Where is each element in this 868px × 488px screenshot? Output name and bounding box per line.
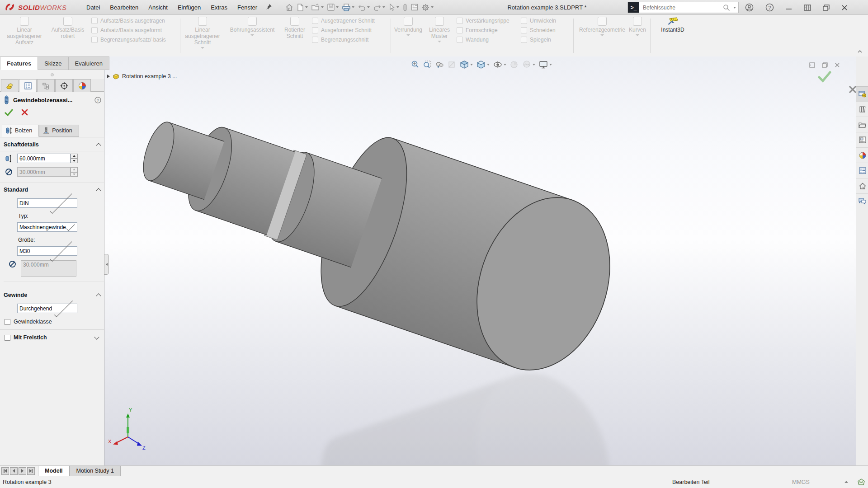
panel-splitter-handle[interactable] <box>104 254 109 275</box>
taskpane-design-library-tab[interactable] <box>856 102 868 117</box>
close-icon[interactable] <box>841 5 848 11</box>
tab-skizze[interactable]: Skizze <box>38 56 68 70</box>
rebuild-button[interactable] <box>401 1 409 13</box>
section-view-button[interactable] <box>446 59 457 70</box>
ribbon-draft-button[interactable]: Formschräge <box>457 27 509 33</box>
select-dropdown-icon[interactable] <box>396 6 399 8</box>
ribbon-extruded-cut-button[interactable]: Linear ausgetragener Schnitt <box>182 17 223 49</box>
hide-show-dropdown-icon[interactable] <box>504 64 506 66</box>
view-orientation-button[interactable] <box>458 59 474 70</box>
zoom-to-area-button[interactable] <box>422 59 433 70</box>
tab-features[interactable]: Features <box>0 56 38 70</box>
ribbon-lofted-cut-button[interactable]: Ausgeformter Schnitt <box>312 27 375 33</box>
tab-motion-study[interactable]: Motion Study 1 <box>70 466 121 476</box>
undo-dropdown-icon[interactable] <box>367 6 370 8</box>
split-window-icon[interactable] <box>804 5 811 11</box>
shaft-diameter-input[interactable] <box>17 167 71 177</box>
tab-bolzen[interactable]: Bolzen <box>2 125 39 137</box>
previous-view-button[interactable] <box>434 59 445 70</box>
expand-icon[interactable] <box>94 334 99 339</box>
typ-select[interactable]: Maschinengewinde <box>17 222 77 232</box>
taskpane-view-palette-tab[interactable] <box>856 132 868 148</box>
doc-restore-icon[interactable] <box>822 62 828 68</box>
section-schaftdetails-header[interactable]: Schaftdetails <box>0 137 104 151</box>
collapse-icon[interactable] <box>96 293 101 298</box>
print-dropdown-icon[interactable] <box>352 6 354 8</box>
tab-evaluieren[interactable]: Evaluieren <box>69 56 109 70</box>
ribbon-swept-boss-button[interactable]: Aufsatz/Basis ausgetragen <box>91 18 166 24</box>
ribbon-collapse-icon[interactable] <box>857 49 863 54</box>
section-standard-header[interactable]: Standard <box>0 183 104 196</box>
dimxpert-manager-tab[interactable] <box>55 79 73 92</box>
feature-manager-tab[interactable] <box>1 79 19 92</box>
taskpane-forum-tab[interactable] <box>856 194 868 209</box>
menu-einfuegen[interactable]: Einfügen <box>173 0 206 15</box>
ribbon-shell-button[interactable]: Wandung <box>457 37 509 43</box>
home-button[interactable] <box>284 1 295 13</box>
search-icon[interactable] <box>723 4 730 11</box>
scene-dropdown-icon[interactable] <box>533 64 535 66</box>
first-tab-button[interactable] <box>1 467 9 475</box>
edit-appearance-button[interactable] <box>509 59 519 70</box>
gewindeklasse-checkbox[interactable] <box>5 319 10 325</box>
shaft-length-spinner[interactable] <box>71 154 78 163</box>
tree-item-label[interactable]: Rotation example 3 ... <box>122 73 177 80</box>
configuration-manager-tab[interactable] <box>37 79 55 92</box>
options-dropdown-icon[interactable] <box>431 6 434 8</box>
linear-pattern-dropdown-icon[interactable] <box>438 41 441 42</box>
taskpane-home-tab[interactable] <box>856 178 868 194</box>
file-properties-button[interactable] <box>410 1 420 13</box>
ribbon-rib-button[interactable]: Verstärkungsrippe <box>457 18 509 24</box>
graphics-viewport[interactable]: Y X Z <box>104 56 856 465</box>
menu-bearbeiten[interactable]: Bearbeiten <box>105 0 143 15</box>
previous-tab-button[interactable] <box>10 467 18 475</box>
open-button[interactable] <box>310 1 325 13</box>
tab-modell[interactable]: Modell <box>38 466 70 476</box>
display-style-dropdown-icon[interactable] <box>487 64 490 66</box>
panel-grip[interactable] <box>0 70 104 79</box>
gewinde-select[interactable]: Durchgehend <box>17 304 77 313</box>
ribbon-lofted-boss-button[interactable]: Aufsatz/Basis ausgeformt <box>91 27 166 33</box>
reference-geometry-dropdown-icon[interactable] <box>600 34 604 36</box>
doc-minimize-icon[interactable] <box>809 62 815 68</box>
stepped-shaft-model[interactable] <box>118 64 632 388</box>
ribbon-intersect-button[interactable]: Schneiden <box>521 27 556 33</box>
taskpane-custom-properties-tab[interactable] <box>856 163 868 178</box>
menu-datei[interactable]: Datei <box>81 0 105 15</box>
display-manager-tab[interactable] <box>73 79 91 92</box>
redo-dropdown-icon[interactable] <box>382 6 385 8</box>
menu-ansicht[interactable]: Ansicht <box>143 0 173 15</box>
save-button[interactable] <box>326 1 340 13</box>
pin-menu-icon[interactable] <box>266 4 272 11</box>
hole-wizard-dropdown-icon[interactable] <box>250 34 254 36</box>
help-icon[interactable]: ? <box>765 3 774 12</box>
last-tab-button[interactable] <box>27 467 35 475</box>
pm-ok-button[interactable] <box>5 109 13 116</box>
collapse-icon[interactable] <box>96 188 101 193</box>
ribbon-fillet-button[interactable]: Verrundung <box>392 17 424 36</box>
spinner-down[interactable] <box>71 159 78 164</box>
search-dropdown-icon[interactable] <box>733 7 736 9</box>
flyout-feature-tree[interactable]: Rotation example 3 ... <box>107 73 177 80</box>
status-units[interactable]: MMGS <box>792 479 810 485</box>
view-orientation-dropdown-icon[interactable] <box>470 64 473 66</box>
minimize-icon[interactable] <box>786 5 792 11</box>
ribbon-linear-pattern-button[interactable]: Lineares Muster <box>424 17 455 42</box>
hide-show-items-button[interactable] <box>492 59 507 70</box>
shaft-length-input[interactable] <box>17 154 71 163</box>
menu-fenster[interactable]: Fenster <box>232 0 262 15</box>
ribbon-curves-button[interactable]: Kurven <box>625 17 650 36</box>
view-settings-button[interactable] <box>538 59 553 70</box>
ribbon-reference-geometry-button[interactable]: Referenzgeometrie <box>576 17 628 36</box>
menu-extras[interactable]: Extras <box>206 0 232 15</box>
open-dropdown-icon[interactable] <box>321 6 324 8</box>
mit-freistich-checkbox[interactable] <box>5 335 10 341</box>
ribbon-revolved-boss-button[interactable]: Aufsatz/Basis rotiert <box>46 17 90 39</box>
new-document-button[interactable] <box>296 1 309 13</box>
ribbon-boundary-boss-button[interactable]: Begrenzungsaufsatz/-basis <box>91 37 166 43</box>
status-tag-icon[interactable] <box>857 478 865 486</box>
select-button[interactable] <box>387 1 401 13</box>
spinner-up[interactable] <box>71 154 78 159</box>
doc-close-icon[interactable] <box>835 62 840 68</box>
restore-window-icon[interactable] <box>823 5 830 11</box>
